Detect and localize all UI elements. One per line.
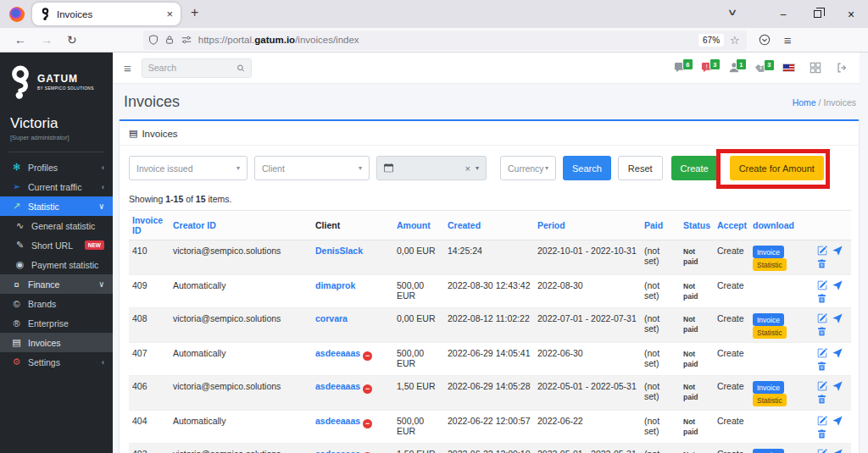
delete-icon[interactable] [817,429,826,439]
send-icon[interactable] [832,449,843,453]
global-search[interactable] [142,58,252,78]
column-header-invoice-id[interactable]: Invoice ID [129,211,170,240]
download-statistic-badge[interactable]: Statistic [753,394,787,406]
sidebar-item-short-url[interactable]: ✎Short URLNEW [0,235,113,255]
alerts-icon[interactable]: ! 3 [701,62,714,74]
address-bar[interactable]: https://portal.gatum.io/invoices/index 6… [143,30,747,50]
url-text[interactable]: https://portal.gatum.io/invoices/index [198,35,693,45]
permissions-icon[interactable] [181,35,192,45]
search-button[interactable]: Search [563,156,611,180]
create-button[interactable]: Create [671,156,718,180]
edit-icon[interactable] [817,246,827,256]
pocket-icon[interactable] [759,34,771,46]
column-header-amount[interactable]: Amount [393,211,444,240]
send-icon[interactable] [832,246,843,256]
edit-icon[interactable] [817,381,827,391]
delete-action[interactable] [817,327,848,337]
sidebar-item-finance[interactable]: ¤Finance∨ [0,274,113,294]
cell-accept[interactable]: Create [714,376,749,411]
cell-accept[interactable]: Create [714,308,749,343]
edit-icon[interactable] [817,313,827,323]
download-invoice-badge[interactable]: Invoice [753,381,784,394]
messages-icon[interactable]: 6 [674,62,687,74]
send-icon[interactable] [832,280,843,290]
delete-action[interactable] [817,395,848,405]
bookmark-star-icon[interactable]: ☆ [730,34,740,47]
browser-menu-icon[interactable]: ≡ [784,33,792,47]
download-statistic-badge[interactable]: Statistic [753,326,787,339]
reload-button[interactable]: ↻ [67,33,77,47]
delete-icon[interactable] [817,327,826,337]
client-link[interactable]: DenisSlack [315,246,363,256]
edit-icon[interactable] [817,416,827,426]
delete-action[interactable] [817,362,848,372]
sidebar-item-profiles[interactable]: ✻Profiles‹ [0,157,113,177]
cell-accept[interactable]: Create [714,275,749,308]
send-icon[interactable] [832,348,843,358]
shield-icon[interactable] [148,35,159,45]
column-header-created[interactable]: Created [444,211,534,240]
delete-action[interactable] [817,259,848,269]
delete-icon[interactable] [817,259,826,269]
column-header-accept[interactable]: Accept [714,211,749,240]
edit-icon[interactable] [817,280,827,290]
download-invoice-badge[interactable]: Invoice [753,313,784,326]
clear-date-icon[interactable]: × [465,163,470,174]
column-header-download[interactable]: download [749,211,814,240]
sidebar-item-invoices[interactable]: ▤Invoices [0,333,113,352]
logout-icon[interactable] [836,62,848,74]
sidebar-item-settings[interactable]: ⚙Settings‹ [0,352,113,372]
column-header-period[interactable]: Period [534,211,641,240]
window-minimize-button[interactable]: – [766,8,800,20]
create-for-amount-button[interactable]: Create for Amount [730,156,824,180]
sidebar-item-statistic[interactable]: ↗Statistic∨ [0,196,113,216]
browser-tab-invoices[interactable]: Invoices × [32,3,181,25]
firefox-logo-icon[interactable] [9,7,25,22]
date-range-picker[interactable]: × ▾ [376,156,487,180]
sidebar-item-enterprise[interactable]: ®Enterprise [0,313,113,333]
delete-icon[interactable] [817,294,826,304]
client-link[interactable]: dimaprok [315,280,355,290]
cell-accept[interactable]: Create [714,411,749,444]
delete-icon[interactable] [817,395,826,405]
column-header-status[interactable]: Status [680,211,714,240]
edit-icon[interactable] [817,449,827,453]
forward-button[interactable]: → [41,33,53,47]
client-link[interactable]: asdeeaaas [315,348,360,358]
client-link[interactable]: asdeeaaas [315,381,360,391]
handshake-icon[interactable]: 3 [754,63,768,74]
tab-close-icon[interactable]: × [166,8,173,20]
column-header-paid[interactable]: Paid [641,211,680,240]
client-select[interactable]: Client▾ [254,156,370,180]
lock-icon[interactable] [164,35,175,45]
send-icon[interactable] [832,381,843,391]
cell-accept[interactable]: Create [714,240,749,275]
download-invoice-badge[interactable]: Invoice [753,449,784,453]
users-icon[interactable]: 1 [728,62,740,74]
cell-accept[interactable]: Create [714,444,749,453]
apps-grid-icon[interactable] [810,62,821,74]
sidebar-toggle-icon[interactable]: ≡ [124,61,131,75]
client-link[interactable]: asdeeaaas [315,416,360,426]
window-restore-button[interactable] [800,8,834,20]
delete-action[interactable] [817,294,848,304]
send-icon[interactable] [832,416,843,426]
breadcrumb-home-link[interactable]: Home [793,97,816,108]
client-link[interactable]: asdeeaaas [315,449,360,453]
sidebar-item-general-statistic[interactable]: ∿General statistic [0,216,113,235]
sidebar-item-brands[interactable]: ©Brands [0,294,113,313]
search-input[interactable] [148,63,236,73]
delete-icon[interactable] [817,362,826,372]
window-close-button[interactable]: × [834,8,868,21]
reset-button[interactable]: Reset [618,156,663,180]
delete-action[interactable] [817,429,848,439]
sidebar-item-payment-statistic[interactable]: ◉Payment statistic [0,255,113,274]
download-statistic-badge[interactable]: Statistic [753,258,787,271]
page-zoom-indicator[interactable]: 67% [698,34,724,47]
client-link[interactable]: corvara [315,313,348,323]
invoice-issued-select[interactable]: Invoice issued▾ [129,156,248,180]
new-tab-button[interactable]: + [191,5,198,20]
currency-select[interactable]: Currency▾ [500,156,556,180]
list-tabs-chevron-icon[interactable]: ∨ [727,7,738,18]
column-header-creator-id[interactable]: Creator ID [170,211,312,240]
